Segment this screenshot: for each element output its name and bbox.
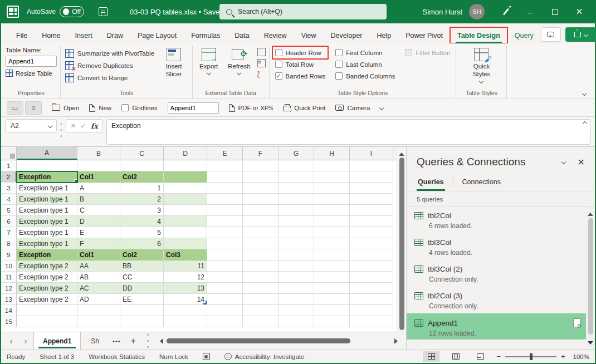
- table-name-input[interactable]: [6, 56, 57, 67]
- qat-open-button[interactable]: Open: [52, 105, 79, 111]
- cell-G5[interactable]: [279, 205, 314, 216]
- cell-D9[interactable]: Col3: [164, 249, 207, 260]
- query-item-tbl3col[interactable]: tbl3Col4 rows loaded.: [407, 233, 586, 260]
- cell-B8[interactable]: F: [77, 238, 120, 249]
- cancel-icon[interactable]: ✕: [71, 122, 76, 130]
- cell-A15[interactable]: [17, 316, 77, 327]
- new-sheet-button[interactable]: +: [125, 336, 141, 346]
- column-header-b[interactable]: B: [77, 147, 120, 160]
- horizontal-scroll-thumb[interactable]: [167, 338, 351, 343]
- ink-pen-icon[interactable]: [495, 3, 517, 21]
- panel-scrollbar[interactable]: [586, 206, 595, 350]
- panel-chevron-down-icon[interactable]: [561, 160, 565, 164]
- cell-A9[interactable]: Exception: [17, 249, 77, 260]
- cell-B10[interactable]: AA: [77, 260, 120, 272]
- cell-I8[interactable]: [350, 238, 393, 249]
- cell-A7[interactable]: Exception type 1: [17, 227, 77, 238]
- convert-to-range-button[interactable]: Convert to Range: [64, 73, 155, 83]
- ribbon-tab-review[interactable]: Review: [257, 27, 294, 43]
- row-header-12[interactable]: 12: [1, 283, 17, 294]
- ribbon-tab-home[interactable]: Home: [35, 27, 67, 43]
- cell-I1[interactable]: [350, 160, 393, 171]
- ribbon-tab-table-design[interactable]: Table Design: [450, 27, 507, 43]
- page-break-view-button[interactable]: [472, 351, 488, 362]
- resize-table-button[interactable]: Resize Table: [6, 70, 57, 77]
- cell-D5[interactable]: [164, 205, 207, 216]
- zoom-slider-thumb[interactable]: [530, 353, 533, 360]
- insert-function-icon[interactable]: fx: [91, 122, 98, 130]
- cell-A1[interactable]: [17, 160, 77, 171]
- cell-D12[interactable]: 13: [164, 283, 207, 294]
- cell-E12[interactable]: [207, 283, 243, 294]
- cell-I14[interactable]: [350, 305, 393, 316]
- cell-B13[interactable]: AD: [77, 294, 120, 305]
- document-title[interactable]: 03-03 PQ tables.xlsx • Saved: [130, 8, 224, 16]
- cell-A4[interactable]: Exception type 1: [17, 194, 77, 205]
- ribbon-tab-draw[interactable]: Draw: [100, 27, 130, 43]
- cell-H14[interactable]: [314, 305, 350, 316]
- ribbon-tab-view[interactable]: View: [294, 27, 324, 43]
- autosave-switch[interactable]: Off: [60, 6, 84, 17]
- ribbon-tab-power-pivot[interactable]: Power Pivot: [398, 27, 450, 43]
- cell-F4[interactable]: [243, 194, 279, 205]
- cell-F7[interactable]: [243, 227, 279, 238]
- sheet-tabs-more-icon[interactable]: •••: [109, 338, 124, 345]
- column-header-h[interactable]: H: [314, 147, 350, 160]
- scroll-right-icon[interactable]: [394, 338, 400, 344]
- cell-I2[interactable]: [350, 171, 393, 183]
- display-settings-icon[interactable]: ▣: [203, 353, 210, 360]
- cell-B12[interactable]: AC: [77, 283, 120, 294]
- cell-A11[interactable]: Exception type 2: [17, 272, 77, 283]
- qat-new-button[interactable]: New: [89, 104, 111, 112]
- zoom-out-button[interactable]: −: [496, 352, 501, 361]
- column-header-a[interactable]: A: [17, 147, 77, 160]
- cell-I10[interactable]: [350, 260, 393, 272]
- vertical-scroll-thumb[interactable]: [399, 158, 404, 330]
- select-all-corner[interactable]: [1, 147, 17, 160]
- cell-B5[interactable]: C: [77, 205, 120, 216]
- column-header-e[interactable]: E: [207, 147, 243, 160]
- style-option-header-row[interactable]: Header Row: [275, 49, 326, 56]
- sheet-nav-next-icon[interactable]: ›: [19, 337, 32, 346]
- cell-G1[interactable]: [279, 160, 314, 171]
- ribbon-tab-developer[interactable]: Developer: [324, 27, 370, 43]
- cell-E6[interactable]: [207, 216, 243, 227]
- comments-button[interactable]: [541, 27, 561, 42]
- qat-name-textbox[interactable]: [168, 102, 219, 114]
- vertical-scrollbar[interactable]: [397, 147, 406, 332]
- qat-toggle-2-icon[interactable]: ≡: [25, 101, 42, 115]
- qat-toggle-1-icon[interactable]: ▭: [7, 101, 23, 115]
- query-item-tbl2col-3-[interactable]: tbl2Col (3)Connection only.: [407, 287, 586, 313]
- cell-E13[interactable]: [207, 294, 243, 305]
- formula-bar-input[interactable]: Exception: [106, 119, 590, 145]
- cell-D14[interactable]: [164, 305, 207, 316]
- query-item-append1[interactable]: Append112 rows loaded.: [407, 313, 586, 340]
- cell-G11[interactable]: [279, 272, 314, 283]
- zoom-in-button[interactable]: +: [561, 352, 565, 361]
- cell-B4[interactable]: B: [77, 194, 120, 205]
- normal-view-button[interactable]: [423, 351, 439, 362]
- insert-slicer-button[interactable]: Insert Slicer: [159, 47, 189, 88]
- row-header-8[interactable]: 8: [1, 238, 17, 249]
- cell-H12[interactable]: [314, 283, 350, 294]
- ribbon-tab-file[interactable]: File: [9, 27, 35, 43]
- avatar[interactable]: SH: [469, 4, 485, 19]
- style-option-banded-columns[interactable]: Banded Columns: [335, 72, 395, 80]
- cell-C12[interactable]: DD: [120, 283, 164, 294]
- cell-F1[interactable]: [243, 160, 279, 171]
- row-header-15[interactable]: 15: [1, 316, 17, 327]
- row-header-10[interactable]: 10: [1, 260, 17, 272]
- cell-A12[interactable]: Exception type 2: [17, 283, 77, 294]
- cell-D4[interactable]: [164, 194, 207, 205]
- style-option-total-row[interactable]: Total Row: [275, 61, 326, 68]
- cell-I12[interactable]: [350, 283, 393, 294]
- cell-C4[interactable]: 2: [120, 194, 164, 205]
- share-button[interactable]: [565, 27, 596, 42]
- sheet-nav-prev-icon[interactable]: ‹: [4, 337, 18, 346]
- cell-I13[interactable]: [350, 294, 393, 305]
- cell-H10[interactable]: [314, 260, 350, 272]
- cell-C3[interactable]: 1: [120, 183, 164, 194]
- cell-E9[interactable]: [207, 249, 243, 260]
- cell-E15[interactable]: [207, 316, 243, 327]
- cell-I9[interactable]: [350, 249, 393, 260]
